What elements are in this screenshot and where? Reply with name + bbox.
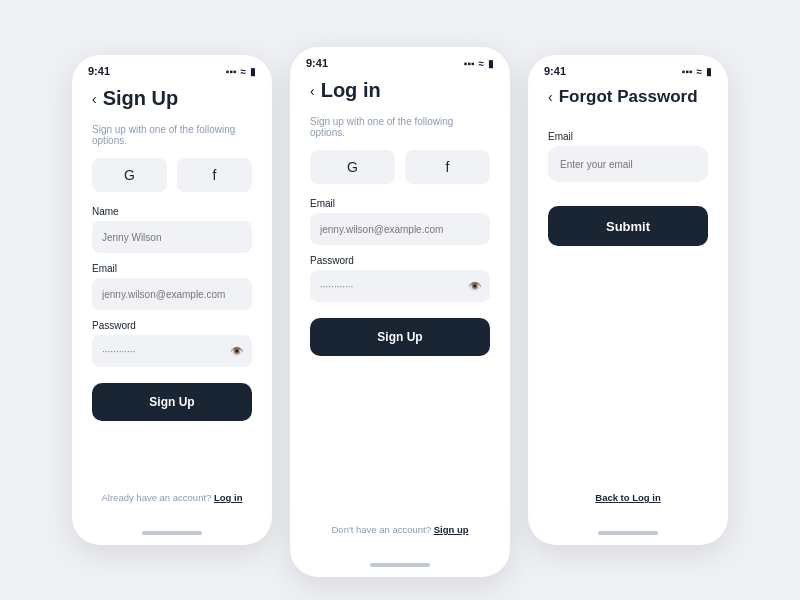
forgot-signal-icon: ▪▪▪ <box>682 66 693 77</box>
signup-facebook-button[interactable]: f <box>177 158 252 192</box>
signup-time: 9:41 <box>88 65 110 77</box>
forgot-body: ‹ Forgot Password Email Submit Back to L… <box>528 81 728 523</box>
login-status-bar: 9:41 ▪▪▪ ≈ ▮ <box>290 47 510 73</box>
signup-header: ‹ Sign Up <box>92 87 252 110</box>
signup-email-input[interactable] <box>92 278 252 310</box>
login-status-icons: ▪▪▪ ≈ ▮ <box>464 58 494 69</box>
login-facebook-button[interactable]: f <box>405 150 490 184</box>
login-password-container: 👁️ <box>310 270 490 302</box>
login-google-button[interactable]: G <box>310 150 395 184</box>
signup-toggle-password-icon[interactable]: 👁️ <box>230 345 244 358</box>
signup-submit-button[interactable]: Sign Up <box>92 383 252 421</box>
login-time: 9:41 <box>306 57 328 69</box>
login-password-label: Password <box>310 255 490 266</box>
login-card: 9:41 ▪▪▪ ≈ ▮ ‹ Log in Sign up with one o… <box>290 47 510 577</box>
login-google-icon: G <box>347 159 358 175</box>
login-facebook-icon: f <box>446 159 450 175</box>
signup-name-label: Name <box>92 206 252 217</box>
forgot-card: 9:41 ▪▪▪ ≈ ▮ ‹ Forgot Password Email Sub… <box>528 55 728 545</box>
forgot-back-link-text: Back to Log in <box>548 492 708 503</box>
forgot-status-icons: ▪▪▪ ≈ ▮ <box>682 66 712 77</box>
battery-icon: ▮ <box>250 66 256 77</box>
forgot-header: ‹ Forgot Password <box>548 87 708 107</box>
login-bottom-text: Don't have an account? Sign up <box>310 524 490 535</box>
signup-password-field: Password 👁️ <box>92 320 252 367</box>
forgot-back-to-login-link[interactable]: Back to Log in <box>595 492 660 503</box>
login-wifi-icon: ≈ <box>479 58 485 69</box>
login-body: ‹ Log in Sign up with one of the followi… <box>290 73 510 555</box>
login-back-button[interactable]: ‹ <box>310 83 315 99</box>
signup-bottom-text: Already have an account? Log in <box>92 492 252 503</box>
forgot-home-indicator <box>598 531 658 535</box>
facebook-icon: f <box>213 167 217 183</box>
login-password-field: Password 👁️ <box>310 255 490 302</box>
forgot-title: Forgot Password <box>559 87 698 107</box>
forgot-time: 9:41 <box>544 65 566 77</box>
login-social-row: G f <box>310 150 490 184</box>
signup-name-field: Name <box>92 206 252 253</box>
signup-subtitle: Sign up with one of the following option… <box>92 124 252 146</box>
forgot-email-input[interactable] <box>548 146 708 182</box>
login-signal-icon: ▪▪▪ <box>464 58 475 69</box>
login-signup-link[interactable]: Sign up <box>434 524 469 535</box>
signup-password-label: Password <box>92 320 252 331</box>
signup-email-field: Email <box>92 263 252 310</box>
login-email-input[interactable] <box>310 213 490 245</box>
signup-status-bar: 9:41 ▪▪▪ ≈ ▮ <box>72 55 272 81</box>
signup-status-icons: ▪▪▪ ≈ ▮ <box>226 66 256 77</box>
signup-title: Sign Up <box>103 87 179 110</box>
signup-social-row: G f <box>92 158 252 192</box>
forgot-status-bar: 9:41 ▪▪▪ ≈ ▮ <box>528 55 728 81</box>
login-title: Log in <box>321 79 381 102</box>
login-battery-icon: ▮ <box>488 58 494 69</box>
login-email-label: Email <box>310 198 490 209</box>
login-password-input[interactable] <box>310 270 490 302</box>
signup-home-indicator <box>142 531 202 535</box>
login-submit-button[interactable]: Sign Up <box>310 318 490 356</box>
signal-icon: ▪▪▪ <box>226 66 237 77</box>
login-email-field: Email <box>310 198 490 245</box>
forgot-back-button[interactable]: ‹ <box>548 89 553 105</box>
signup-back-button[interactable]: ‹ <box>92 91 97 107</box>
forgot-battery-icon: ▮ <box>706 66 712 77</box>
signup-password-input[interactable] <box>92 335 252 367</box>
signup-email-label: Email <box>92 263 252 274</box>
forgot-wifi-icon: ≈ <box>697 66 703 77</box>
login-home-indicator <box>370 563 430 567</box>
signup-card: 9:41 ▪▪▪ ≈ ▮ ‹ Sign Up Sign up with one … <box>72 55 272 545</box>
login-header: ‹ Log in <box>310 79 490 102</box>
login-subtitle: Sign up with one of the following option… <box>310 116 490 138</box>
google-icon: G <box>124 167 135 183</box>
signup-name-input[interactable] <box>92 221 252 253</box>
signup-google-button[interactable]: G <box>92 158 167 192</box>
forgot-submit-button[interactable]: Submit <box>548 206 708 246</box>
forgot-email-field: Email <box>548 131 708 182</box>
wifi-icon: ≈ <box>241 66 247 77</box>
signup-login-link[interactable]: Log in <box>214 492 243 503</box>
forgot-email-label: Email <box>548 131 708 142</box>
login-toggle-password-icon[interactable]: 👁️ <box>468 280 482 293</box>
signup-password-container: 👁️ <box>92 335 252 367</box>
signup-body: ‹ Sign Up Sign up with one of the follow… <box>72 81 272 523</box>
